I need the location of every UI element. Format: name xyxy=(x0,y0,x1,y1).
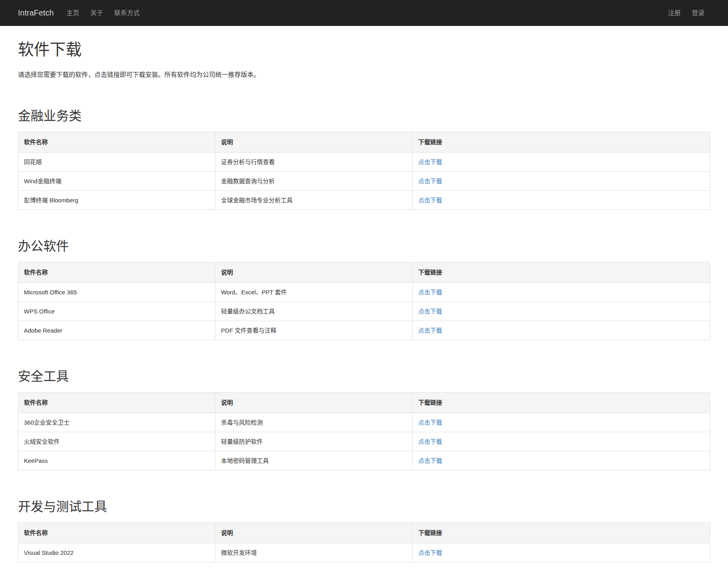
nav-item-contact[interactable]: 联系方式 xyxy=(109,0,145,26)
download-link[interactable]: 点击下载 xyxy=(418,438,442,445)
section-heading: 办公软件 xyxy=(18,238,710,255)
description-cell: 轻量级防护软件 xyxy=(215,432,412,451)
nav-item-about[interactable]: 关于 xyxy=(85,0,109,26)
download-cell: 点击下载 xyxy=(412,283,710,302)
download-link[interactable]: 点击下载 xyxy=(418,197,442,204)
description-cell: 全球金融市场专业分析工具 xyxy=(215,191,412,210)
software-table: 软件名称 说明 下载链接 Visual Studio 2022 微软开发环境 点… xyxy=(18,523,710,562)
description-cell: 证券分析与行情查看 xyxy=(215,153,412,172)
nav-item-home[interactable]: 主页 xyxy=(61,0,85,26)
table-row: 360企业安全卫士 杀毒与风险检测 点击下载 xyxy=(18,413,710,432)
description-cell: 轻量级办公文档工具 xyxy=(215,302,412,321)
table-header-row: 软件名称 说明 下载链接 xyxy=(18,393,710,413)
description-cell: 本地密码管理工具 xyxy=(215,451,412,470)
table-header-row: 软件名称 说明 下载链接 xyxy=(18,132,710,153)
description-cell: Word、Excel、PPT 套件 xyxy=(215,283,412,302)
table-row: 彭博终端 Bloomberg 全球金融市场专业分析工具 点击下载 xyxy=(18,191,710,210)
table-row: Wind金融终端 金融数据查询与分析 点击下载 xyxy=(18,172,710,191)
navbar-right-links: 注册 登录 xyxy=(662,0,710,26)
download-link[interactable]: 点击下载 xyxy=(418,549,442,556)
download-link[interactable]: 点击下载 xyxy=(418,308,442,315)
column-header-download: 下载链接 xyxy=(412,393,710,413)
download-cell: 点击下载 xyxy=(412,413,710,432)
software-name-cell: Visual Studio 2022 xyxy=(18,543,215,562)
download-link[interactable]: 点击下载 xyxy=(418,327,442,334)
download-cell: 点击下载 xyxy=(412,432,710,451)
table-header-row: 软件名称 说明 下载链接 xyxy=(18,523,710,543)
column-header-download: 下载链接 xyxy=(412,132,710,153)
software-name-cell: 彭博终端 Bloomberg xyxy=(18,191,215,210)
section-heading: 开发与测试工具 xyxy=(18,498,710,515)
download-cell: 点击下载 xyxy=(412,302,710,321)
software-name-cell: Adobe Reader xyxy=(18,321,215,340)
description-cell: 微软开发环境 xyxy=(215,543,412,562)
download-cell: 点击下载 xyxy=(412,191,710,210)
navbar: IntraFetch 主页 关于 联系方式 注册 登录 xyxy=(0,0,728,26)
section-security: 安全工具 软件名称 说明 下载链接 360企业安全卫士 杀毒与风险检测 点击下载… xyxy=(18,368,710,470)
main-content: 软件下载 请选择您需要下载的软件，点击链接即可下载安装。所有软件均为公司统一推荐… xyxy=(0,39,728,562)
section-office: 办公软件 软件名称 说明 下载链接 Microsoft Office 365 W… xyxy=(18,238,710,340)
download-link[interactable]: 点击下载 xyxy=(418,289,442,296)
section-heading: 金融业务类 xyxy=(18,108,710,125)
section-finance: 金融业务类 软件名称 说明 下载链接 同花顺 证券分析与行情查看 点击下载 Wi… xyxy=(18,108,710,210)
software-name-cell: Wind金融终端 xyxy=(18,172,215,191)
column-header-name: 软件名称 xyxy=(18,262,215,283)
software-table: 软件名称 说明 下载链接 360企业安全卫士 杀毒与风险检测 点击下载 火绒安全… xyxy=(18,392,710,470)
software-name-cell: KeePass xyxy=(18,451,215,470)
page-intro: 请选择您需要下载的软件，点击链接即可下载安装。所有软件均为公司统一推荐版本。 xyxy=(18,70,710,80)
download-link[interactable]: 点击下载 xyxy=(418,178,442,184)
download-cell: 点击下载 xyxy=(412,451,710,470)
table-row: 火绒安全软件 轻量级防护软件 点击下载 xyxy=(18,432,710,451)
download-cell: 点击下载 xyxy=(412,172,710,191)
download-link[interactable]: 点击下载 xyxy=(418,159,442,165)
software-name-cell: Microsoft Office 365 xyxy=(18,283,215,302)
navbar-brand[interactable]: IntraFetch xyxy=(18,8,54,18)
nav-item-register[interactable]: 注册 xyxy=(662,0,686,26)
column-header-download: 下载链接 xyxy=(412,523,710,543)
download-cell: 点击下载 xyxy=(412,321,710,340)
table-row: Visual Studio 2022 微软开发环境 点击下载 xyxy=(18,543,710,562)
column-header-name: 软件名称 xyxy=(18,393,215,413)
description-cell: 金融数据查询与分析 xyxy=(215,172,412,191)
table-row: KeePass 本地密码管理工具 点击下载 xyxy=(18,451,710,470)
column-header-description: 说明 xyxy=(215,262,412,283)
navbar-left-links: 主页 关于 联系方式 xyxy=(61,0,145,26)
table-row: WPS Office 轻量级办公文档工具 点击下载 xyxy=(18,302,710,321)
section-heading: 安全工具 xyxy=(18,368,710,385)
software-name-cell: 火绒安全软件 xyxy=(18,432,215,451)
table-row: Microsoft Office 365 Word、Excel、PPT 套件 点… xyxy=(18,283,710,302)
download-link[interactable]: 点击下载 xyxy=(418,457,442,464)
nav-item-login[interactable]: 登录 xyxy=(686,0,710,26)
column-header-name: 软件名称 xyxy=(18,523,215,543)
table-header-row: 软件名称 说明 下载链接 xyxy=(18,262,710,283)
table-row: 同花顺 证券分析与行情查看 点击下载 xyxy=(18,153,710,172)
software-name-cell: WPS Office xyxy=(18,302,215,321)
column-header-description: 说明 xyxy=(215,132,412,153)
column-header-download: 下载链接 xyxy=(412,262,710,283)
page-title: 软件下载 xyxy=(18,39,710,60)
column-header-description: 说明 xyxy=(215,393,412,413)
download-cell: 点击下载 xyxy=(412,543,710,562)
description-cell: 杀毒与风险检测 xyxy=(215,413,412,432)
column-header-description: 说明 xyxy=(215,523,412,543)
description-cell: PDF 文件查看与注释 xyxy=(215,321,412,340)
download-cell: 点击下载 xyxy=(412,153,710,172)
software-name-cell: 360企业安全卫士 xyxy=(18,413,215,432)
download-link[interactable]: 点击下载 xyxy=(418,419,442,426)
table-row: Adobe Reader PDF 文件查看与注释 点击下载 xyxy=(18,321,710,340)
section-dev-test: 开发与测试工具 软件名称 说明 下载链接 Visual Studio 2022 … xyxy=(18,498,710,562)
software-table: 软件名称 说明 下载链接 Microsoft Office 365 Word、E… xyxy=(18,262,710,340)
software-name-cell: 同花顺 xyxy=(18,153,215,172)
column-header-name: 软件名称 xyxy=(18,132,215,153)
software-table: 软件名称 说明 下载链接 同花顺 证券分析与行情查看 点击下载 Wind金融终端… xyxy=(18,132,710,210)
